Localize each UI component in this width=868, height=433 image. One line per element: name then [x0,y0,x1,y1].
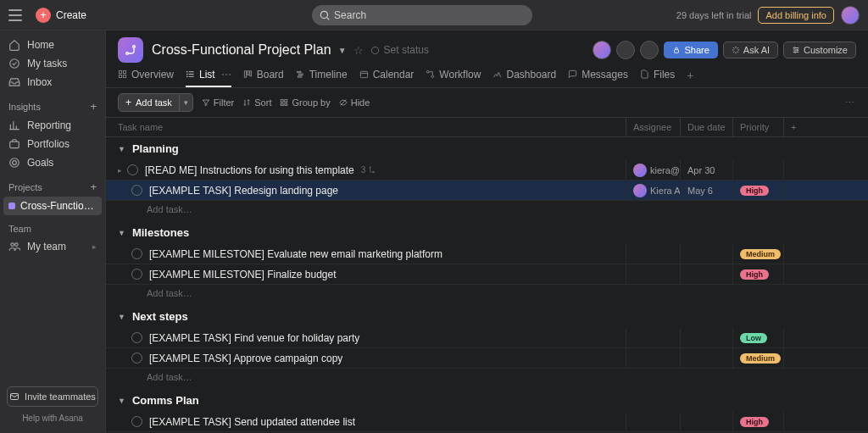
collapse-icon[interactable]: ▼ [118,397,125,405]
search-input[interactable] [312,5,532,25]
add-column-button[interactable]: + [783,118,868,136]
assignee-cell[interactable] [626,348,680,368]
priority-cell[interactable]: High [732,412,783,431]
column-assignee[interactable]: Assignee [626,118,680,136]
section-title[interactable]: ▼Milestones [106,221,868,244]
add-billing-button[interactable]: Add billing info [758,7,834,24]
tab-dashboard[interactable]: Dashboard [492,63,556,87]
assignee-cell[interactable] [626,264,680,284]
extra-cell[interactable] [783,244,868,264]
extra-cell[interactable] [783,160,868,180]
due-date-cell[interactable] [680,348,732,368]
extra-cell[interactable] [783,264,868,284]
sidebar-item-portfolios[interactable]: Portfolios [0,135,105,153]
extra-cell[interactable] [783,348,868,368]
tab-list[interactable]: List⋯ [186,63,231,87]
member-avatar[interactable] [593,41,611,59]
plus-icon[interactable]: + [90,180,97,193]
task-row[interactable]: [EXAMPLE MILESTONE] Evaluate new email m… [106,244,868,264]
add-task-button[interactable]: +Add task [118,93,180,112]
column-task-name[interactable]: Task name [106,122,626,132]
sort-button[interactable]: Sort [242,97,271,108]
due-date-cell[interactable]: Apr 30 [680,160,732,180]
expand-subtasks-icon[interactable]: ▸ [118,166,122,175]
assignee-cell[interactable]: kiera@kiera… [626,160,680,180]
complete-checkbox[interactable] [131,416,142,427]
collapse-icon[interactable]: ▼ [118,145,125,153]
invite-teammates-button[interactable]: Invite teammates [7,386,98,407]
extra-cell[interactable] [783,328,868,347]
complete-checkbox[interactable] [131,269,142,280]
customize-button[interactable]: Customize [783,42,856,58]
sidebar-item-my-tasks[interactable]: My tasks [0,54,105,73]
column-due-date[interactable]: Due date [680,118,732,136]
task-row[interactable]: [EXAMPLE TASK] Approve campaign copyMedi… [106,348,868,369]
complete-checkbox[interactable] [131,185,142,196]
ask-ai-button[interactable]: Ask AI [723,42,778,58]
member-placeholder[interactable] [640,41,659,59]
sidebar-item-home[interactable]: Home [0,36,105,54]
collapse-icon[interactable]: ▼ [118,229,125,237]
sidebar-item-goals[interactable]: Goals [0,153,105,172]
add-task-dropdown[interactable]: ▾ [180,93,193,112]
sidebar-item-inbox[interactable]: Inbox [0,73,105,92]
due-date-cell[interactable] [680,328,732,347]
priority-cell[interactable]: Low [732,328,783,347]
sidebar-project-active[interactable]: Cross-Functional Project… [3,197,102,215]
task-row[interactable]: ▸[READ ME] Instructions for using this t… [106,160,868,180]
add-tab-button[interactable]: + [687,69,693,82]
priority-cell[interactable]: Medium [732,244,783,264]
section-title[interactable]: ▼Planning [106,137,868,160]
tab-overview[interactable]: Overview [118,63,174,87]
tab-messages[interactable]: Messages [568,63,628,87]
share-button[interactable]: Share [664,42,717,58]
tab-workflow[interactable]: Workflow [426,63,481,87]
project-title[interactable]: Cross-Functional Project Plan [152,42,331,58]
priority-cell[interactable]: Medium [732,348,783,368]
help-link[interactable]: Help with Asana [7,407,98,426]
due-date-cell[interactable] [680,264,732,284]
assignee-cell[interactable] [626,244,680,264]
due-date-cell[interactable]: May 6 [680,180,732,200]
complete-checkbox[interactable] [131,248,142,259]
toolbar-more-button[interactable]: ⋯ [845,97,856,108]
add-task-inline[interactable]: Add task… [106,201,868,221]
star-icon[interactable]: ☆ [353,44,364,57]
hide-button[interactable]: Hide [339,97,370,108]
extra-cell[interactable] [783,412,868,431]
create-button[interactable]: + Create [31,4,92,26]
sidebar-heading-insights[interactable]: Insights + [0,92,105,116]
tab-timeline[interactable]: Timeline [296,63,348,87]
task-row[interactable]: [EXAMPLE TASK] Find venue for holiday pa… [106,328,868,348]
assignee-cell[interactable]: Kiera Abba… [626,180,680,200]
priority-cell[interactable] [732,160,783,180]
section-title[interactable]: ▼Next steps [106,305,868,328]
tab-files[interactable]: Files [640,63,675,87]
more-icon[interactable]: ⋯ [221,69,231,80]
sidebar-item-my-team[interactable]: My team ▸ [0,237,105,256]
group-by-button[interactable]: Group by [280,97,330,108]
tab-calendar[interactable]: Calendar [359,63,415,87]
priority-cell[interactable]: High [732,180,783,200]
sidebar-item-reporting[interactable]: Reporting [0,116,105,135]
complete-checkbox[interactable] [131,332,142,343]
extra-cell[interactable] [783,180,868,200]
set-status-button[interactable]: Set status [370,44,429,56]
add-task-inline[interactable]: Add task… [106,285,868,305]
tab-board[interactable]: Board [243,63,284,87]
due-date-cell[interactable] [680,244,732,264]
priority-cell[interactable]: High [732,264,783,284]
section-title[interactable]: ▼Comms Plan [106,389,868,412]
member-placeholder[interactable] [616,41,635,59]
user-avatar[interactable] [841,6,860,25]
task-row[interactable]: [EXAMPLE MILESTONE] Finalize budgetHigh [106,264,868,285]
sidebar-heading-projects[interactable]: Projects + [0,172,105,197]
task-row[interactable]: [EXAMPLE TASK] Send updated attendee lis… [106,412,868,432]
column-priority[interactable]: Priority [732,118,783,136]
chevron-down-icon[interactable]: ▼ [338,46,347,55]
plus-icon[interactable]: + [90,100,97,113]
complete-checkbox[interactable] [127,164,138,175]
filter-button[interactable]: Filter [202,97,234,108]
assignee-cell[interactable] [626,328,680,347]
menu-icon[interactable] [8,9,22,21]
